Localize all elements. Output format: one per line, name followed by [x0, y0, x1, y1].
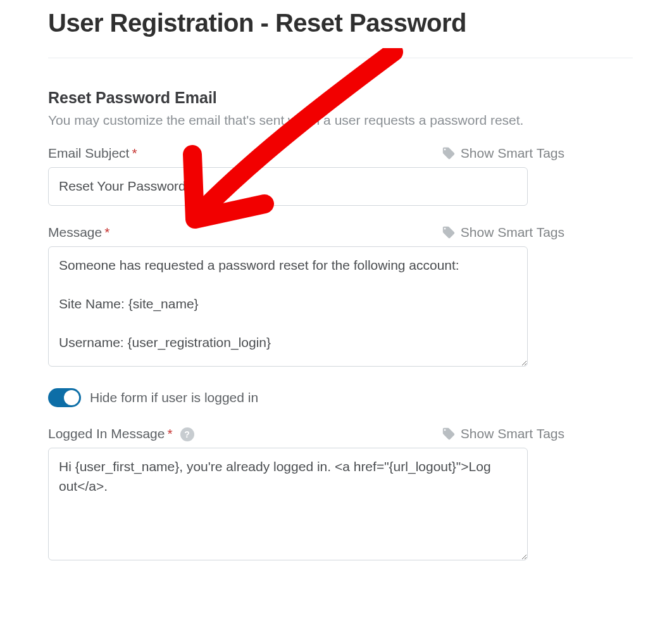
page-title: User Registration - Reset Password [48, 9, 633, 37]
section-title: Reset Password Email [48, 89, 633, 107]
message-label: Message* [48, 225, 109, 240]
help-icon[interactable]: ? [180, 427, 194, 441]
required-mark: * [104, 225, 109, 239]
toggle-knob [64, 390, 79, 405]
email-subject-input[interactable] [48, 167, 528, 205]
tag-icon [442, 427, 456, 441]
hide-form-toggle[interactable] [48, 388, 81, 407]
required-mark: * [132, 146, 137, 160]
required-mark: * [167, 426, 172, 441]
logged-in-message-textarea[interactable] [48, 448, 528, 560]
divider [48, 58, 633, 58]
hide-form-toggle-label: Hide form if user is logged in [90, 390, 258, 405]
show-smart-tags-logged-in[interactable]: Show Smart Tags [442, 426, 564, 441]
show-smart-tags-subject[interactable]: Show Smart Tags [442, 146, 564, 161]
tag-icon [442, 146, 456, 160]
section-description: You may customize the email that's sent … [48, 111, 633, 129]
show-smart-tags-message[interactable]: Show Smart Tags [442, 225, 564, 240]
message-textarea[interactable] [48, 246, 528, 367]
logged-in-message-label: Logged In Message* ? [48, 426, 194, 441]
tag-icon [442, 225, 456, 239]
email-subject-label: Email Subject* [48, 146, 137, 161]
